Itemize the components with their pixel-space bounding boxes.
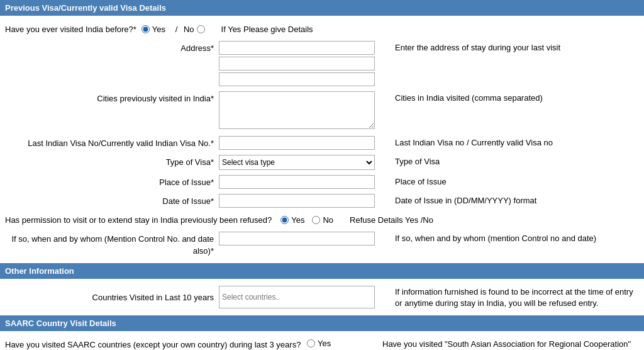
- countries-visited-label: Countries Visited in Last 10 years: [5, 290, 219, 303]
- refused-radios: Yes No: [280, 215, 337, 225]
- refused-yes-text: Yes: [291, 215, 304, 225]
- visited-india-label: Have you ever visited India before?*: [5, 25, 142, 34]
- refused-no-radio[interactable]: [312, 216, 320, 224]
- visited-india-row: Have you ever visited India before?* Yes…: [0, 20, 644, 38]
- saarc-row: Have you visited SAARC countries (except…: [0, 335, 644, 350]
- refused-no-label[interactable]: No: [312, 215, 333, 225]
- address-hint: Enter the address of stay during your la…: [382, 41, 639, 54]
- refused-yes-label[interactable]: Yes: [280, 215, 304, 225]
- saarc-question: Have you visited SAARC countries (except…: [5, 340, 301, 349]
- place-issue-input[interactable]: [219, 175, 375, 189]
- refused-row: Has permission to visit or to extend sta…: [0, 210, 644, 229]
- saarc-yes-label[interactable]: Yes: [307, 339, 331, 348]
- refused-no-text: No: [323, 215, 333, 225]
- place-issue-input-col: [219, 175, 382, 189]
- date-issue-input-col: [219, 194, 382, 208]
- address-label: Address*: [5, 41, 219, 54]
- other-info-title: Other Information: [5, 266, 74, 276]
- address-input-1[interactable]: [219, 41, 375, 55]
- previous-visa-header: Previous Visa/Currently valid Visa Detai…: [0, 0, 644, 16]
- refused-details-label: If so, when and by whom (Mention Control…: [5, 232, 219, 256]
- address-inputs: [219, 41, 382, 86]
- refused-yes-radio[interactable]: [280, 216, 289, 224]
- refused-details-row: If so, when and by whom (Mention Control…: [0, 229, 644, 259]
- address-input-3[interactable]: [219, 72, 375, 86]
- address-input-2[interactable]: [219, 57, 375, 71]
- visa-no-input[interactable]: [219, 136, 375, 150]
- previous-visa-section: Have you ever visited India before?* Yes…: [0, 16, 644, 263]
- saarc-hint: Have you visited "South Asian Associatio…: [370, 339, 639, 350]
- countries-input[interactable]: [219, 286, 375, 308]
- place-issue-label: Place of Issue*: [5, 175, 219, 188]
- other-info-header: Other Information: [0, 263, 644, 279]
- date-issue-hint: Date of Issue in (DD/MM/YYYY) format: [382, 194, 639, 206]
- saarc-section: Have you visited SAARC countries (except…: [0, 331, 644, 350]
- saarc-yes-text: Yes: [318, 339, 331, 348]
- visited-yes-text: Yes: [152, 25, 165, 34]
- form-container: Previous Visa/Currently valid Visa Detai…: [0, 0, 644, 350]
- visa-no-label: Last Indian Visa No/Currently valid Indi…: [5, 136, 219, 149]
- saarc-yes-radio[interactable]: [307, 339, 315, 347]
- address-row: Address* Enter the address of stay durin…: [0, 38, 644, 89]
- visa-type-select[interactable]: Select visa type: [219, 155, 375, 170]
- date-issue-label: Date of Issue*: [5, 194, 219, 207]
- visa-type-label: Type of Visa*: [5, 155, 219, 168]
- place-issue-row: Place of Issue* Place of Issue: [0, 172, 644, 191]
- other-info-section: Countries Visited in Last 10 years If in…: [0, 279, 644, 315]
- refused-details-hint: If so, when and by whom (mention Control…: [382, 232, 639, 244]
- date-issue-input[interactable]: [219, 194, 375, 208]
- visited-no-radio[interactable]: [197, 25, 205, 33]
- place-issue-hint: Place of Issue: [382, 175, 639, 188]
- visited-yes-label[interactable]: Yes: [142, 25, 165, 34]
- date-issue-row: Date of Issue* Date of Issue in (DD/MM/Y…: [0, 191, 644, 210]
- visa-no-hint: Last Indian Visa no / Currently valid Vi…: [382, 136, 639, 149]
- cities-hint: Cities in India visited (comma separated…: [382, 91, 639, 104]
- saarc-header: SAARC Country Visit Details: [0, 315, 644, 331]
- visa-no-row: Last Indian Visa No/Currently valid Indi…: [0, 133, 644, 152]
- refused-details-input[interactable]: [219, 232, 375, 246]
- visited-no-label[interactable]: No: [184, 25, 205, 34]
- visited-india-radios: Yes / No: [142, 25, 209, 34]
- previous-visa-title: Previous Visa/Currently valid Visa Detai…: [5, 3, 166, 13]
- refused-hint: Refuse Details Yes /No: [337, 213, 639, 226]
- refused-label: Has permission to visit or to extend sta…: [5, 215, 277, 225]
- visited-no-text: No: [184, 25, 194, 34]
- countries-visited-input-col: [219, 286, 382, 308]
- visited-india-hint: If Yes Please give Details: [209, 23, 639, 35]
- visited-yes-radio[interactable]: [142, 25, 150, 33]
- saarc-left: Have you visited SAARC countries (except…: [5, 339, 370, 350]
- refused-details-input-col: [219, 232, 382, 246]
- cities-row: Cities previously visited in India* Citi…: [0, 89, 644, 133]
- visa-no-input-col: [219, 136, 382, 150]
- cities-input[interactable]: [219, 91, 375, 129]
- visa-type-row: Type of Visa* Select visa type Type of V…: [0, 152, 644, 172]
- visa-type-input-col: Select visa type: [219, 155, 382, 170]
- visa-type-hint: Type of Visa: [382, 155, 639, 167]
- cities-label: Cities previously visited in India*: [5, 91, 219, 104]
- saarc-title: SAARC Country Visit Details: [5, 319, 116, 328]
- countries-visited-row: Countries Visited in Last 10 years If in…: [0, 283, 644, 312]
- countries-visited-hint: If information furnished is found to be …: [382, 285, 639, 309]
- cities-input-col: [219, 91, 382, 131]
